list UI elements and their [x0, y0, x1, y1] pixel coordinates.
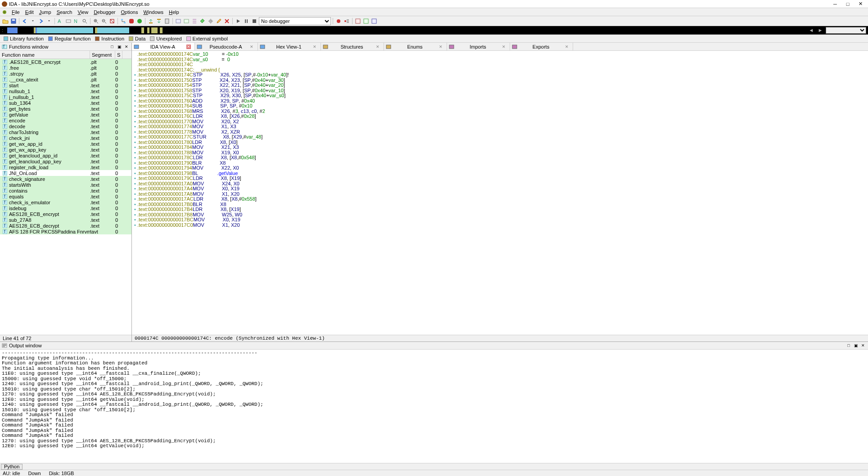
minimize-button[interactable]: ─: [829, 0, 841, 8]
tab-close-icon[interactable]: ✕: [186, 45, 191, 49]
gear-icon[interactable]: [207, 18, 214, 25]
nav-track[interactable]: [7, 27, 806, 33]
function-row[interactable]: fget_wx_app_key.text0: [0, 147, 131, 153]
function-row[interactable]: fstartsWith.text0: [0, 182, 131, 188]
function-row[interactable]: fregister_ndk_load.text0: [0, 164, 131, 170]
tab-close-icon[interactable]: ✕: [375, 45, 380, 49]
tab-hex-view-1[interactable]: Hex View-1✕: [258, 43, 321, 50]
menu-debugger[interactable]: Debugger: [91, 9, 118, 15]
code-icon[interactable]: [175, 18, 182, 25]
win2-icon[interactable]: [362, 18, 370, 25]
maximize-button[interactable]: □: [842, 0, 854, 8]
save-icon[interactable]: [10, 18, 17, 25]
tab-structures[interactable]: Structures✕: [321, 43, 384, 50]
close-button[interactable]: ✕: [854, 0, 866, 8]
function-row[interactable]: fsub_27A8.text0: [0, 217, 131, 223]
tab-ida-view-a[interactable]: IDA View-A✕: [132, 43, 195, 50]
stop-icon[interactable]: [128, 18, 135, 25]
col-s[interactable]: S: [115, 51, 122, 58]
function-row[interactable]: fJNI_OnLoad.text0: [0, 170, 131, 176]
debug-pause-icon[interactable]: [243, 18, 250, 25]
nav-fwd-drop-icon[interactable]: [45, 18, 53, 25]
nav-right-icon[interactable]: ►: [817, 27, 824, 34]
calc-icon[interactable]: [163, 18, 171, 25]
output-close-button[interactable]: ✕: [860, 342, 866, 349]
tab-close-icon[interactable]: ✕: [249, 45, 254, 49]
nav-fwd-icon[interactable]: [37, 18, 45, 25]
function-row[interactable]: fcheck_signature.text0: [0, 176, 131, 182]
function-row[interactable]: f.free.plt0: [0, 65, 131, 71]
function-row[interactable]: fget_leancloud_app_key.text0: [0, 158, 131, 164]
tab-enums[interactable]: Enums✕: [384, 43, 447, 50]
debugger-select[interactable]: No debugger: [259, 17, 331, 25]
menu-file[interactable]: File: [9, 9, 23, 15]
function-row[interactable]: fcontains.text0: [0, 188, 131, 193]
bp-icon[interactable]: [335, 18, 342, 25]
function-row[interactable]: fdecode.text0: [0, 123, 131, 129]
menu-edit[interactable]: Edit: [23, 9, 36, 15]
find-icon[interactable]: [81, 18, 88, 25]
menu-options[interactable]: Options: [118, 9, 140, 15]
function-row[interactable]: f.AES128_ECB_encrypt.plt0: [0, 59, 131, 65]
struct-icon[interactable]: [191, 18, 198, 25]
binary-search-icon[interactable]: [65, 18, 72, 25]
function-row[interactable]: fAES128_ECB_decrypt.text0: [0, 223, 131, 229]
function-row[interactable]: fcheck_is_emulator.text0: [0, 199, 131, 205]
no-zoom-icon[interactable]: [108, 18, 116, 25]
menu-windows[interactable]: Windows: [140, 9, 166, 15]
function-row[interactable]: fnullsub_1.text0: [0, 88, 131, 94]
output-restore-button[interactable]: □: [845, 342, 852, 349]
menu-view[interactable]: View: [75, 9, 91, 15]
open-icon[interactable]: [2, 18, 9, 25]
graph-icon[interactable]: [120, 18, 127, 25]
col-function-name[interactable]: Function name: [0, 51, 90, 58]
tab-close-icon[interactable]: ✕: [502, 45, 506, 49]
function-row[interactable]: f.__cxa_atexit.plt0: [0, 76, 131, 82]
tab-close-icon[interactable]: ✕: [439, 45, 443, 49]
zoom-in-icon[interactable]: [92, 18, 99, 25]
python-button[interactable]: Python: [1, 464, 23, 470]
nav-left-icon[interactable]: ◄: [808, 27, 815, 34]
function-row[interactable]: fequals.text0: [0, 193, 131, 199]
xref-to-icon[interactable]: [147, 18, 154, 25]
function-row[interactable]: fcharToJstring.text0: [0, 129, 131, 135]
col-segment[interactable]: Segment: [90, 51, 115, 58]
debug-run-icon[interactable]: [235, 18, 242, 25]
output-body[interactable]: ----------------------------------------…: [0, 350, 868, 463]
xref-from-icon[interactable]: [155, 18, 163, 25]
nav-back-drop-icon[interactable]: [29, 18, 36, 25]
tab-close-icon[interactable]: ✕: [312, 45, 317, 49]
function-row[interactable]: fsub_1364.text0: [0, 100, 131, 106]
function-row[interactable]: fj_nullsub_1.text0: [0, 94, 131, 100]
function-row[interactable]: fgetValue.text0: [0, 112, 131, 117]
tab-close-icon[interactable]: ✕: [565, 45, 569, 49]
win1-icon[interactable]: [354, 18, 362, 25]
tab-imports[interactable]: Imports✕: [447, 43, 510, 50]
text-search-icon[interactable]: A: [57, 18, 64, 25]
tab-pseudocode-a[interactable]: Pseudocode-A✕: [195, 43, 258, 50]
play-green-icon[interactable]: [136, 18, 143, 25]
panel-maximize-button[interactable]: ▣: [116, 44, 122, 50]
function-row[interactable]: fisdebug.text0: [0, 205, 131, 211]
debug-stop-icon[interactable]: [251, 18, 258, 25]
menu-jump[interactable]: Jump: [36, 9, 54, 15]
functions-header[interactable]: Function name Segment S: [0, 51, 131, 59]
edit-icon[interactable]: [215, 18, 222, 25]
disassembly-view[interactable]: .text:000000000000174C var_10 = -0x10 .t…: [132, 51, 868, 335]
function-row[interactable]: fstart.text0: [0, 82, 131, 88]
function-row[interactable]: f.strcpy.plt0: [0, 71, 131, 76]
nav-zoom-select[interactable]: [826, 27, 866, 34]
function-row[interactable]: fencode.text0: [0, 117, 131, 123]
function-row[interactable]: fget_wx_app_id.text0: [0, 141, 131, 147]
zoom-out-icon[interactable]: [100, 18, 108, 25]
tab-exports[interactable]: Exports✕: [510, 43, 573, 50]
menu-help[interactable]: Help: [166, 9, 182, 15]
tag-icon[interactable]: [199, 18, 206, 25]
function-row[interactable]: fAES128_ECB_encrypt.text0: [0, 211, 131, 217]
bp-list-icon[interactable]: [343, 18, 350, 25]
panel-close-button[interactable]: ✕: [123, 44, 130, 50]
navigation-bar[interactable]: : ◄ ►: [0, 26, 868, 35]
win3-icon[interactable]: [371, 18, 378, 25]
data-icon[interactable]: [183, 18, 190, 25]
nav-back-icon[interactable]: [21, 18, 28, 25]
